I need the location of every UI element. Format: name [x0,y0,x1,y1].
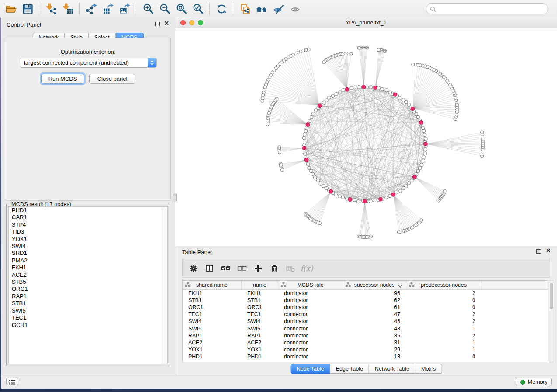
duplicate-network-button[interactable] [237,1,253,16]
column-header-successor-nodes[interactable]: successor nodes [343,281,406,289]
column-header-MCDS-role[interactable]: MCDS role [278,281,343,289]
tab-node-table[interactable]: Node Table [291,364,330,374]
import-table-icon [62,3,74,15]
cell-MCDS-role: dominator [278,354,343,360]
table-row[interactable]: PHD1PHD1dominator180 [183,353,548,360]
export-network-button[interactable] [83,1,100,16]
table-row[interactable]: ORC1ORC1dominator610 [183,304,548,311]
show-all-button[interactable] [287,1,303,16]
tab-motifs[interactable]: Motifs [415,364,442,374]
hide-selected-button[interactable] [270,1,287,16]
mcds-result-item[interactable]: STB1 [9,300,167,307]
memory-button[interactable]: Memory [516,378,552,386]
cell-predecessor-nodes: 0 [406,304,481,310]
close-panel-icon[interactable]: ✕ [164,21,169,25]
mcds-result-item[interactable]: FKH1 [9,264,167,271]
table-row[interactable]: STB1STB1dominator620 [183,297,548,304]
cell-predecessor-nodes: 1 [406,340,481,346]
mcds-result-item[interactable]: PMA2 [9,257,167,264]
float-table-panel-icon[interactable] [536,249,541,254]
zoom-fit-icon [176,3,187,15]
mcds-result-item[interactable]: PHD1 [9,207,167,214]
zoom-fit-button[interactable] [173,1,190,16]
export-image-button[interactable] [116,1,133,16]
table-row[interactable]: ACE2ACE2connector311 [183,339,548,346]
column-type-icon [409,282,414,287]
cell-shared-name: ACE2 [183,340,242,346]
cell-name: ORC1 [242,304,278,310]
mcds-result-item[interactable]: ORC1 [9,285,167,292]
cell-MCDS-role: dominator [278,304,343,310]
cell-MCDS-role: connector [278,347,343,353]
float-panel-icon[interactable] [155,22,160,26]
search-input[interactable] [438,6,548,13]
table-row[interactable]: TEC1TEC1connector472 [183,311,548,318]
add-column-button[interactable] [252,262,265,275]
table-row[interactable]: RAP1RAP1dominator352 [183,332,548,339]
vertical-splitter-handle[interactable] [173,194,177,201]
select-all-button[interactable] [219,262,232,275]
tab-network-table[interactable]: Network Table [369,364,415,374]
mcds-result-item[interactable]: CAR1 [9,214,167,221]
save-session-icon [22,3,34,15]
mcds-result-item[interactable]: GCR1 [9,322,167,329]
mcds-result-item[interactable]: TEC1 [9,314,167,321]
mcds-result-list[interactable]: PHD1CAR1STP4TID3YOX1SWI4SRD1PMA2FKH1ACE2… [8,206,168,364]
zoom-selected-button[interactable] [190,1,206,16]
export-table-button[interactable] [100,1,116,16]
zoom-out-button[interactable] [156,1,173,16]
network-view-canvas[interactable] [175,28,557,246]
search-box[interactable] [426,3,548,14]
column-header-shared-name[interactable]: shared name [183,281,242,289]
mcds-result-item[interactable]: SWI5 [9,307,167,314]
optimization-criterion-dropdown[interactable]: largest connected component (undirected) [20,58,157,68]
columns-button[interactable] [203,262,216,275]
column-type-icon [281,282,286,287]
toolbar-separator [79,3,80,15]
table-scrollbar-thumb[interactable] [550,283,553,309]
table-row[interactable]: SWI5SWI5connector431 [183,325,548,332]
table-row[interactable]: FKH1FKH1dominator962 [183,290,548,297]
delete-column-button[interactable] [268,262,281,275]
network-window-titlebar[interactable]: YPA_prune.txt_1 [175,17,557,28]
export-table-icon [102,3,114,15]
cell-predecessor-nodes: 1 [406,326,481,332]
close-table-panel-icon[interactable]: ✕ [546,248,551,253]
node-table[interactable]: shared namenameMCDS rolesuccessor nodesp… [182,280,548,362]
mcds-result-item[interactable]: SWI4 [9,243,167,250]
close-panel-button[interactable]: Close panel [89,74,135,84]
mcds-result-item[interactable]: RAP1 [9,293,167,300]
mcds-result-item[interactable]: SRD1 [9,250,167,257]
table-row[interactable]: YOX1YOX1connector291 [183,346,548,353]
table-scrollbar[interactable] [549,280,554,362]
deselect-all-button[interactable] [235,262,249,275]
import-network-button[interactable] [43,1,59,16]
gear-button[interactable] [187,262,200,275]
column-header-name[interactable]: name [242,281,278,289]
cell-successor-nodes: 62 [343,297,406,303]
table-row[interactable]: SWI4SWI4dominator462 [183,318,548,325]
mcds-result-item[interactable]: STP4 [9,221,167,228]
dropdown-value: largest connected component (undirected) [20,59,148,66]
refresh-button[interactable] [213,1,230,16]
cell-name: SWI4 [242,318,278,324]
delete-table-button [284,262,297,275]
tab-edge-table[interactable]: Edge Table [330,364,369,374]
import-table-button[interactable] [59,1,76,16]
zoom-in-button[interactable] [140,1,156,16]
mcds-result-item[interactable]: STB5 [9,279,167,285]
cell-successor-nodes: 47 [343,311,406,317]
column-header-predecessor-nodes[interactable]: predecessor nodes [406,281,481,289]
mcds-list-scrollbar[interactable] [162,207,167,364]
mcds-result-item[interactable]: TID3 [9,228,167,235]
network-graph[interactable] [175,28,557,246]
open-file-icon [5,3,17,15]
run-mcds-button[interactable]: Run MCDS [41,74,84,84]
cell-MCDS-role: dominator [278,333,343,339]
first-neighbors-button[interactable] [253,1,270,16]
open-file-button[interactable] [3,1,19,16]
status-menu-button[interactable] [6,378,18,386]
mcds-result-item[interactable]: ACE2 [9,272,167,279]
save-session-button[interactable] [19,1,36,16]
mcds-result-item[interactable]: YOX1 [9,236,167,243]
